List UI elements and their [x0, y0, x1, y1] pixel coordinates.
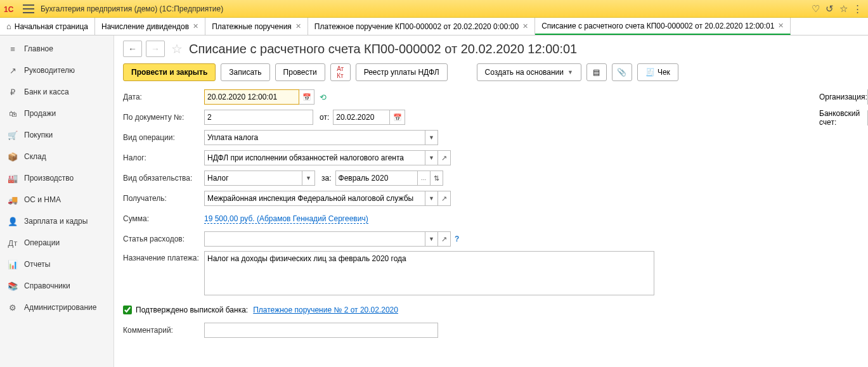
truck-icon: 🚚	[8, 195, 18, 205]
tabbar: ⌂ Начальная страница Начисление дивиденд…	[0, 18, 868, 35]
menu-icon: ≡	[8, 44, 18, 54]
bag-icon: 🛍	[8, 109, 18, 119]
tab-label: Начисление дивидендов	[101, 22, 189, 31]
close-icon[interactable]: ✕	[522, 22, 528, 30]
sidebar-item[interactable]: 🛍Продажи	[0, 103, 113, 124]
comment-input[interactable]	[204, 323, 438, 338]
label-bank: Банковский счет:	[819, 109, 867, 127]
sidebar-label: Главное	[24, 44, 53, 53]
sidebar-label: Администрирование	[24, 303, 96, 312]
tab-1[interactable]: Платежные поручения ✕	[205, 18, 308, 35]
purpose-textarea[interactable]	[204, 251, 654, 295]
btn-label: Провести	[283, 68, 317, 77]
label-from: от:	[320, 113, 329, 122]
sidebar-item[interactable]: 📚Справочники	[0, 275, 113, 297]
tax-select[interactable]	[204, 150, 425, 165]
hamburger-icon[interactable]	[23, 4, 34, 13]
spinner-icon[interactable]: ⇅	[431, 171, 443, 186]
optype-select[interactable]	[204, 130, 425, 145]
date-input[interactable]	[204, 89, 299, 105]
svg-text:1С: 1С	[4, 5, 14, 14]
open-icon[interactable]: ↗	[438, 150, 451, 165]
btn-label: Записать	[229, 68, 261, 77]
chevron-down-icon[interactable]: ▼	[425, 231, 438, 247]
create-based-on-button[interactable]: Создать на основании▼	[477, 63, 581, 81]
tab-2[interactable]: Платежное поручение КП00-000002 от 20.02…	[308, 18, 535, 35]
post-button[interactable]: Провести	[275, 63, 325, 81]
sidebar-item[interactable]: 🏭Производство	[0, 167, 113, 189]
post-and-close-button[interactable]: Провести и закрыть	[123, 63, 216, 81]
person-icon: 👤	[8, 217, 18, 226]
report-icon: 📊	[8, 260, 18, 269]
sidebar-item[interactable]: 📦Склад	[0, 146, 113, 167]
home-icon: ⌂	[6, 22, 11, 31]
open-icon[interactable]: ↗	[438, 191, 451, 206]
open-icon[interactable]: ↗	[438, 231, 451, 247]
toolbar: Провести и закрыть Записать Провести АтК…	[123, 63, 859, 81]
sidebar-item[interactable]: 🛒Покупки	[0, 124, 113, 146]
tab-label: Платежное поручение КП00-000002 от 20.02…	[314, 22, 519, 31]
sidebar-label: Банк и касса	[24, 87, 69, 96]
label-confirmed: Подтверждено выпиской банка:	[136, 306, 248, 314]
app-title: Бухгалтерия предприятия (демо) (1С:Предп…	[41, 4, 223, 13]
nav-back-button[interactable]: ←	[123, 41, 142, 57]
sidebar-item[interactable]: ДтОперации	[0, 232, 113, 254]
tab-0[interactable]: Начисление дивидендов ✕	[95, 18, 205, 35]
confirm-link[interactable]: Платежное поручение № 2 от 20.02.2020	[253, 306, 398, 314]
expense-select[interactable]	[204, 231, 425, 247]
close-icon[interactable]: ✕	[193, 22, 198, 30]
home-tab-label: Начальная страница	[15, 22, 88, 31]
bell-icon[interactable]: ♡	[808, 2, 822, 16]
chevron-down-icon: ▼	[567, 69, 573, 75]
help-icon[interactable]: ?	[455, 235, 459, 243]
attach-button[interactable]: 📎	[612, 63, 632, 81]
calendar-icon[interactable]: 📅	[390, 110, 405, 125]
chevron-down-icon[interactable]: ▼	[302, 171, 315, 186]
sum-link[interactable]: 19 500,00 руб. (Абрамов Геннадий Сергеев…	[204, 214, 368, 224]
period-input[interactable]	[335, 171, 418, 186]
chevron-down-icon[interactable]: ▼	[425, 150, 438, 165]
label-docno: По документу №:	[123, 113, 204, 122]
more-icon[interactable]: ⋮	[850, 2, 864, 16]
home-tab[interactable]: ⌂ Начальная страница	[0, 18, 95, 35]
chevron-down-icon[interactable]: ▼	[425, 130, 438, 145]
nav-forward-button[interactable]: →	[146, 41, 165, 57]
sidebar-item[interactable]: ↗Руководителю	[0, 60, 113, 81]
sidebar-item[interactable]: ≡Главное	[0, 38, 113, 60]
save-button[interactable]: Записать	[221, 63, 269, 81]
sidebar-item[interactable]: 🚚ОС и НМА	[0, 189, 113, 210]
docdate-input[interactable]	[333, 110, 390, 125]
dtkt-button[interactable]: АтКт	[330, 63, 351, 81]
obligation-select[interactable]	[204, 171, 302, 186]
history-icon[interactable]: ↺	[822, 2, 836, 16]
ndfl-registry-button[interactable]: Реестр уплаты НДФЛ	[356, 63, 448, 81]
sidebar-item[interactable]: ⚙Администрирование	[0, 297, 113, 318]
close-icon[interactable]: ✕	[295, 22, 301, 30]
label-for: за:	[321, 174, 332, 183]
links-button[interactable]: ▤	[586, 63, 607, 81]
sidebar-item[interactable]: 👤Зарплата и кадры	[0, 210, 113, 232]
sidebar: ≡Главное ↗Руководителю ₽Банк и касса 🛍Пр…	[0, 35, 114, 367]
recipient-select[interactable]	[204, 191, 425, 206]
tab-3[interactable]: Списание с расчетного счета КП00-000002 …	[535, 18, 791, 35]
dtkt-icon: Дт	[8, 238, 18, 248]
tab-label: Платежные поручения	[212, 22, 292, 31]
calendar-icon[interactable]: 📅	[299, 89, 314, 105]
favorite-star-icon[interactable]: ☆	[171, 41, 183, 56]
chart-icon: ↗	[8, 66, 18, 75]
list-icon: ▤	[593, 68, 600, 77]
sidebar-item[interactable]: ₽Банк и касса	[0, 81, 113, 103]
close-icon[interactable]: ✕	[778, 22, 784, 30]
docno-input[interactable]	[204, 110, 313, 125]
chevron-down-icon[interactable]: ▼	[425, 191, 438, 206]
label-org: Организация:	[819, 93, 867, 101]
ellipsis-icon[interactable]: …	[418, 171, 431, 186]
sidebar-label: Продажи	[24, 109, 56, 118]
star-icon[interactable]: ☆	[836, 2, 850, 16]
confirmed-checkbox[interactable]	[123, 306, 132, 314]
label-tax: Налог:	[123, 153, 204, 162]
check-button[interactable]: 🧾Чек	[637, 63, 678, 81]
label-obl: Вид обязательства:	[123, 174, 204, 183]
sidebar-item[interactable]: 📊Отчеты	[0, 254, 113, 275]
refresh-icon[interactable]: ⟲	[320, 93, 327, 102]
